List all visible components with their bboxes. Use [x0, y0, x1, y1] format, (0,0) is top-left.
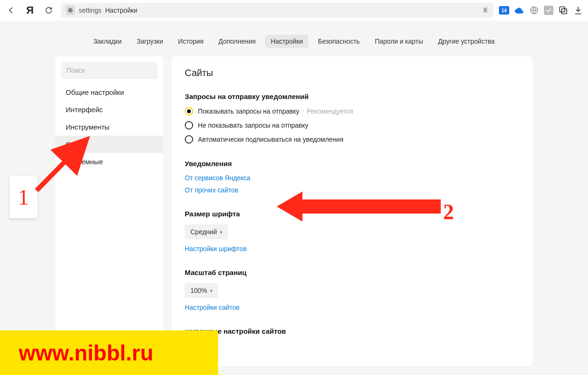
- radio-hide-requests[interactable]: Не показывать запросы на отправку: [185, 121, 520, 130]
- tab-downloads[interactable]: Загрузки: [131, 35, 168, 48]
- watermark-banner: www.nibbl.ru: [0, 330, 218, 375]
- back-button[interactable]: [5, 4, 18, 17]
- ext-cloud-icon[interactable]: [514, 5, 524, 15]
- radio-hint: Рекомендуется: [307, 107, 353, 115]
- radio-auto-subscribe[interactable]: Автоматически подписываться на уведомлен…: [185, 135, 520, 144]
- search-input[interactable]: Поиск: [61, 62, 158, 79]
- radio-icon: [185, 121, 193, 130]
- radio-icon: [185, 135, 193, 144]
- heading-font-size: Размер шрифта: [185, 210, 520, 218]
- chevron-down-icon: ▾: [210, 288, 212, 293]
- tab-bookmarks[interactable]: Закладки: [88, 35, 128, 48]
- chevron-down-icon: ▾: [220, 230, 222, 235]
- annotation-label-1: 1: [9, 176, 38, 218]
- link-site-settings[interactable]: Настройки сайтов: [185, 304, 520, 311]
- link-yandex-services[interactable]: От сервисов Яндекса: [185, 174, 520, 182]
- ext-globe-icon[interactable]: [529, 5, 539, 15]
- heading-page-zoom: Масштаб страниц: [185, 268, 520, 276]
- sidebar-item-interface[interactable]: Интерфейс: [55, 101, 163, 118]
- sidebar-item-sites[interactable]: Сайты: [55, 136, 163, 153]
- tab-security[interactable]: Безопасность: [312, 35, 365, 48]
- radio-label: Автоматически подписываться на уведомлен…: [198, 136, 343, 143]
- reload-button[interactable]: [42, 4, 55, 17]
- font-size-select[interactable]: Средний ▾: [185, 224, 228, 239]
- heading-advanced-partial: ширенные настройки сайтов: [185, 327, 520, 335]
- url-scheme: settings: [79, 7, 101, 14]
- yandex-logo[interactable]: Я: [23, 4, 37, 17]
- sidebar-item-general[interactable]: Общие настройки: [55, 84, 163, 101]
- radio-icon: [185, 107, 193, 115]
- section-notifications: Уведомления От сервисов Яндекса От прочи…: [185, 160, 520, 194]
- select-value: 100%: [190, 287, 207, 294]
- content-wrap: Поиск Общие настройки Интерфейс Инструме…: [0, 56, 588, 366]
- ext-calendar-icon[interactable]: 14: [499, 5, 509, 15]
- tab-passwords[interactable]: Пароли и карты: [369, 35, 429, 48]
- tab-history[interactable]: История: [173, 35, 209, 48]
- section-page-zoom: Масштаб страниц 100% ▾ Настройки сайтов: [185, 268, 520, 311]
- toolbar-right: 14: [499, 5, 583, 15]
- page-title: Сайты: [185, 68, 520, 78]
- svg-rect-3: [562, 9, 567, 14]
- radio-label: Показывать запросы на отправку: [198, 107, 299, 115]
- sidebar-item-system[interactable]: Системные: [55, 153, 163, 170]
- sidebar-item-tools[interactable]: Инструменты: [55, 118, 163, 136]
- bookmark-icon[interactable]: [482, 7, 489, 14]
- ext-chat-icon[interactable]: [558, 5, 568, 15]
- link-font-settings[interactable]: Настройки шрифтов: [185, 245, 520, 253]
- heading-notifications: Уведомления: [185, 160, 520, 168]
- svg-point-0: [68, 8, 73, 13]
- radio-label: Не показывать запросы на отправку: [198, 122, 309, 129]
- section-font-size: Размер шрифта Средний ▾ Настройки шрифто…: [185, 210, 520, 253]
- browser-toolbar: Я settings Настройки 14: [0, 0, 588, 21]
- watermark-text: www.nibbl.ru: [19, 340, 153, 366]
- downloads-icon[interactable]: [573, 5, 583, 15]
- main-panel: Сайты Запросы на отправку уведомлений По…: [172, 56, 533, 366]
- settings-tabs: Закладки Загрузки История Дополнения Нас…: [0, 21, 588, 56]
- tab-devices[interactable]: Другие устройства: [432, 35, 500, 48]
- settings-sidebar: Поиск Общие настройки Интерфейс Инструме…: [55, 56, 163, 366]
- annotation-label-2: 2: [443, 199, 454, 224]
- select-value: Средний: [190, 228, 217, 236]
- url-title: Настройки: [105, 7, 137, 14]
- ext-check-icon[interactable]: [544, 6, 553, 15]
- svg-rect-2: [560, 7, 565, 12]
- site-shield-icon: [66, 6, 75, 15]
- heading-notif-req: Запросы на отправку уведомлений: [185, 92, 520, 100]
- section-notification-requests: Запросы на отправку уведомлений Показыва…: [185, 92, 520, 144]
- zoom-select[interactable]: 100% ▾: [185, 283, 218, 298]
- link-other-sites[interactable]: От прочих сайтов: [185, 186, 520, 194]
- tab-extensions[interactable]: Дополнения: [213, 35, 261, 48]
- address-bar[interactable]: settings Настройки: [61, 3, 493, 18]
- tab-settings[interactable]: Настройки: [265, 35, 309, 48]
- radio-show-requests[interactable]: Показывать запросы на отправку Рекоменду…: [185, 107, 520, 115]
